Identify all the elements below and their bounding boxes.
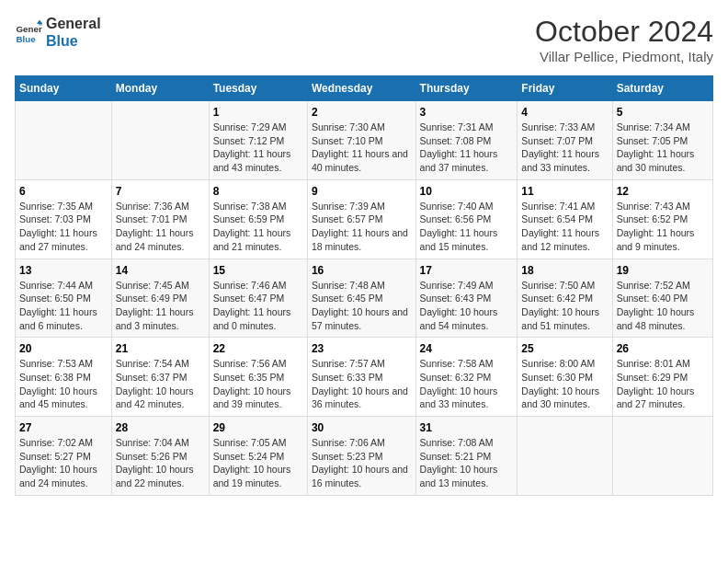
calendar-cell: 30Sunrise: 7:06 AMSunset: 5:23 PMDayligh…	[307, 417, 415, 496]
day-number: 18	[521, 264, 608, 277]
day-number: 23	[312, 342, 412, 355]
calendar-cell: 21Sunrise: 7:54 AMSunset: 6:37 PMDayligh…	[111, 338, 209, 417]
weekday-header-friday: Friday	[518, 76, 612, 101]
day-info: Sunrise: 7:39 AMSunset: 6:57 PMDaylight:…	[312, 200, 412, 254]
calendar-cell: 14Sunrise: 7:45 AMSunset: 6:49 PMDayligh…	[111, 259, 209, 338]
calendar-week-row: 6Sunrise: 7:35 AMSunset: 7:03 PMDaylight…	[16, 179, 713, 259]
day-info: Sunrise: 7:58 AMSunset: 6:32 PMDaylight:…	[420, 357, 514, 411]
day-number: 19	[617, 264, 709, 277]
day-number: 5	[617, 106, 709, 119]
calendar-cell: 29Sunrise: 7:05 AMSunset: 5:24 PMDayligh…	[209, 417, 307, 496]
day-info: Sunrise: 7:02 AMSunset: 5:27 PMDaylight:…	[19, 436, 108, 490]
day-number: 3	[420, 106, 514, 119]
day-number: 28	[116, 421, 205, 434]
day-number: 21	[116, 342, 205, 355]
calendar-cell	[111, 101, 209, 180]
day-info: Sunrise: 7:48 AMSunset: 6:45 PMDaylight:…	[312, 279, 412, 333]
calendar-cell: 6Sunrise: 7:35 AMSunset: 7:03 PMDaylight…	[16, 179, 112, 259]
calendar-cell: 1Sunrise: 7:29 AMSunset: 7:12 PMDaylight…	[209, 101, 307, 180]
calendar-cell: 19Sunrise: 7:52 AMSunset: 6:40 PMDayligh…	[612, 259, 712, 338]
calendar-cell: 16Sunrise: 7:48 AMSunset: 6:45 PMDayligh…	[307, 259, 415, 338]
calendar-cell: 13Sunrise: 7:44 AMSunset: 6:50 PMDayligh…	[16, 259, 112, 338]
calendar-cell: 4Sunrise: 7:33 AMSunset: 7:07 PMDaylight…	[518, 101, 612, 180]
day-info: Sunrise: 7:31 AMSunset: 7:08 PMDaylight:…	[420, 121, 514, 175]
calendar-cell: 15Sunrise: 7:46 AMSunset: 6:47 PMDayligh…	[209, 259, 307, 338]
day-info: Sunrise: 7:45 AMSunset: 6:49 PMDaylight:…	[116, 279, 205, 333]
day-number: 9	[312, 185, 412, 198]
day-number: 6	[19, 185, 108, 198]
logo: General Blue General Blue	[15, 15, 101, 50]
calendar-cell: 25Sunrise: 8:00 AMSunset: 6:30 PMDayligh…	[518, 338, 612, 417]
location: Villar Pellice, Piedmont, Italy	[535, 49, 713, 64]
day-info: Sunrise: 7:08 AMSunset: 5:21 PMDaylight:…	[420, 436, 514, 490]
calendar-cell: 22Sunrise: 7:56 AMSunset: 6:35 PMDayligh…	[209, 338, 307, 417]
day-number: 12	[617, 185, 709, 198]
calendar-cell	[612, 417, 712, 496]
calendar-cell	[16, 101, 112, 180]
day-number: 17	[420, 264, 514, 277]
weekday-header-monday: Monday	[111, 76, 209, 101]
logo-text: General Blue	[46, 15, 101, 50]
calendar-week-row: 1Sunrise: 7:29 AMSunset: 7:12 PMDaylight…	[16, 101, 713, 180]
day-info: Sunrise: 7:35 AMSunset: 7:03 PMDaylight:…	[19, 200, 108, 254]
day-number: 20	[19, 342, 108, 355]
calendar-cell: 8Sunrise: 7:38 AMSunset: 6:59 PMDaylight…	[209, 179, 307, 259]
calendar-week-row: 20Sunrise: 7:53 AMSunset: 6:38 PMDayligh…	[16, 338, 713, 417]
day-info: Sunrise: 7:56 AMSunset: 6:35 PMDaylight:…	[213, 357, 303, 411]
day-number: 2	[312, 106, 412, 119]
logo-icon: General Blue	[15, 18, 42, 46]
weekday-header-wednesday: Wednesday	[307, 76, 415, 101]
day-info: Sunrise: 7:06 AMSunset: 5:23 PMDaylight:…	[312, 436, 412, 490]
calendar-week-row: 27Sunrise: 7:02 AMSunset: 5:27 PMDayligh…	[16, 417, 713, 496]
svg-text:Blue: Blue	[17, 34, 37, 44]
day-number: 4	[521, 106, 608, 119]
day-number: 16	[312, 264, 412, 277]
day-info: Sunrise: 7:43 AMSunset: 6:52 PMDaylight:…	[617, 200, 709, 254]
day-info: Sunrise: 7:57 AMSunset: 6:33 PMDaylight:…	[312, 357, 412, 411]
calendar-cell: 24Sunrise: 7:58 AMSunset: 6:32 PMDayligh…	[415, 338, 518, 417]
day-info: Sunrise: 7:41 AMSunset: 6:54 PMDaylight:…	[521, 200, 608, 254]
calendar-cell: 31Sunrise: 7:08 AMSunset: 5:21 PMDayligh…	[415, 417, 518, 496]
day-number: 29	[213, 421, 303, 434]
day-number: 10	[420, 185, 514, 198]
calendar-cell: 5Sunrise: 7:34 AMSunset: 7:05 PMDaylight…	[612, 101, 712, 180]
day-number: 11	[521, 185, 608, 198]
day-info: Sunrise: 7:38 AMSunset: 6:59 PMDaylight:…	[213, 200, 303, 254]
day-number: 31	[420, 421, 514, 434]
calendar-cell: 2Sunrise: 7:30 AMSunset: 7:10 PMDaylight…	[307, 101, 415, 180]
calendar-cell: 10Sunrise: 7:40 AMSunset: 6:56 PMDayligh…	[415, 179, 518, 259]
month-title: October 2024	[535, 15, 713, 49]
calendar-cell: 18Sunrise: 7:50 AMSunset: 6:42 PMDayligh…	[518, 259, 612, 338]
day-info: Sunrise: 7:54 AMSunset: 6:37 PMDaylight:…	[116, 357, 205, 411]
weekday-header-saturday: Saturday	[612, 76, 712, 101]
day-info: Sunrise: 7:30 AMSunset: 7:10 PMDaylight:…	[312, 121, 412, 175]
day-number: 1	[213, 106, 303, 119]
day-number: 25	[521, 342, 608, 355]
calendar-cell: 11Sunrise: 7:41 AMSunset: 6:54 PMDayligh…	[518, 179, 612, 259]
calendar-cell: 17Sunrise: 7:49 AMSunset: 6:43 PMDayligh…	[415, 259, 518, 338]
calendar-cell: 20Sunrise: 7:53 AMSunset: 6:38 PMDayligh…	[16, 338, 112, 417]
day-info: Sunrise: 7:46 AMSunset: 6:47 PMDaylight:…	[213, 279, 303, 333]
calendar-cell: 28Sunrise: 7:04 AMSunset: 5:26 PMDayligh…	[111, 417, 209, 496]
day-number: 22	[213, 342, 303, 355]
calendar-cell: 27Sunrise: 7:02 AMSunset: 5:27 PMDayligh…	[16, 417, 112, 496]
calendar-cell: 12Sunrise: 7:43 AMSunset: 6:52 PMDayligh…	[612, 179, 712, 259]
page-header: General Blue General Blue October 2024 V…	[15, 15, 713, 64]
day-number: 13	[19, 264, 108, 277]
day-info: Sunrise: 7:34 AMSunset: 7:05 PMDaylight:…	[617, 121, 709, 175]
calendar-table: SundayMondayTuesdayWednesdayThursdayFrid…	[15, 75, 713, 496]
calendar-cell: 7Sunrise: 7:36 AMSunset: 7:01 PMDaylight…	[111, 179, 209, 259]
title-area: October 2024 Villar Pellice, Piedmont, I…	[535, 15, 713, 64]
calendar-cell: 3Sunrise: 7:31 AMSunset: 7:08 PMDaylight…	[415, 101, 518, 180]
day-info: Sunrise: 7:40 AMSunset: 6:56 PMDaylight:…	[420, 200, 514, 254]
calendar-week-row: 13Sunrise: 7:44 AMSunset: 6:50 PMDayligh…	[16, 259, 713, 338]
day-number: 30	[312, 421, 412, 434]
day-info: Sunrise: 7:52 AMSunset: 6:40 PMDaylight:…	[617, 279, 709, 333]
day-number: 27	[19, 421, 108, 434]
day-info: Sunrise: 7:44 AMSunset: 6:50 PMDaylight:…	[19, 279, 108, 333]
day-info: Sunrise: 7:36 AMSunset: 7:01 PMDaylight:…	[116, 200, 205, 254]
day-number: 15	[213, 264, 303, 277]
day-info: Sunrise: 7:33 AMSunset: 7:07 PMDaylight:…	[521, 121, 608, 175]
weekday-header-sunday: Sunday	[16, 76, 112, 101]
calendar-cell: 9Sunrise: 7:39 AMSunset: 6:57 PMDaylight…	[307, 179, 415, 259]
